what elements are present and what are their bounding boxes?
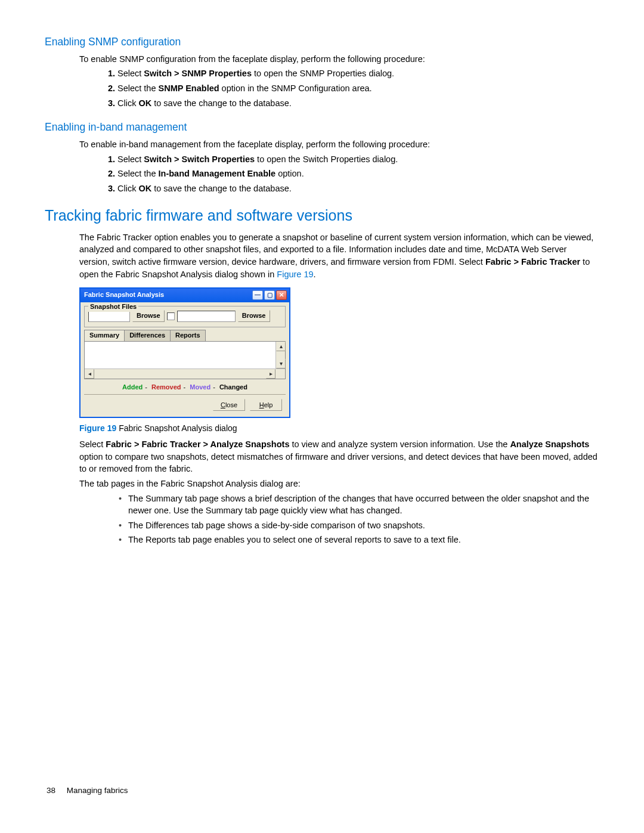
- browse-button-2[interactable]: Browse: [238, 310, 270, 322]
- text: to view and analyze system version infor…: [289, 439, 510, 449]
- tab-reports[interactable]: Reports: [170, 330, 206, 341]
- text: Select: [79, 439, 106, 449]
- text: option.: [275, 169, 304, 178]
- list-item: Click OK to save the change to the datab…: [117, 97, 599, 110]
- vertical-scrollbar[interactable]: ▴ ▾: [275, 342, 285, 368]
- footer-chapter-title: Managing fabrics: [67, 786, 128, 795]
- list-item: The Reports tab page enables you to sele…: [119, 534, 599, 546]
- tab-panel: ▴ ▾ ◂ ▸: [84, 341, 286, 379]
- bold-text: Analyze Snapshots: [510, 439, 589, 449]
- change-legend: Added- Removed- Moved- Changed: [84, 379, 286, 395]
- text: to save the change to the database.: [151, 98, 292, 108]
- bold-text: Switch > SNMP Properties: [144, 69, 252, 78]
- tab-row: Summary Differences Reports: [84, 330, 286, 341]
- browse-button-1[interactable]: Browse: [132, 310, 165, 322]
- text: Select the: [117, 83, 159, 93]
- bold-text: OK: [138, 98, 151, 108]
- list-item: Click OK to save the change to the datab…: [117, 182, 599, 195]
- scroll-down-icon[interactable]: ▾: [276, 359, 286, 368]
- snmp-steps-list: Select Switch > SNMP Properties to open …: [117, 67, 599, 109]
- text: option in the SNMP Configuration area.: [219, 83, 372, 93]
- inband-intro-paragraph: To enable in-band management from the fa…: [79, 138, 599, 151]
- bold-text: In-band Management Enable: [159, 169, 276, 178]
- minimize-icon[interactable]: —: [252, 290, 263, 300]
- scroll-up-icon[interactable]: ▴: [276, 342, 286, 351]
- text: Select: [117, 154, 144, 164]
- legend-added: Added: [122, 383, 143, 391]
- bold-text: Fabric > Fabric Tracker: [485, 257, 580, 267]
- fieldset-legend: Snapshot Files: [88, 302, 138, 312]
- list-item: Select the In-band Management Enable opt…: [117, 168, 599, 180]
- legend-changed: Changed: [219, 383, 247, 391]
- snapshot-file-1-input[interactable]: [88, 311, 130, 322]
- close-button[interactable]: Close: [213, 399, 245, 411]
- bold-text: Fabric > Fabric Tracker > Analyze Snapsh…: [106, 439, 289, 449]
- tab-summary[interactable]: Summary: [84, 330, 125, 341]
- tab-differences[interactable]: Differences: [124, 330, 171, 341]
- figure-19-link[interactable]: Figure 19: [277, 270, 313, 279]
- list-item: Select Switch > Switch Properties to ope…: [117, 153, 599, 166]
- tabs-intro-paragraph: The tab pages in the Fabric Snapshot Ana…: [79, 478, 599, 490]
- figure-caption-text: Fabric Snapshot Analysis dialog: [116, 423, 237, 433]
- snapshot-files-fieldset: Snapshot Files Browse Browse: [84, 306, 286, 327]
- scroll-left-icon[interactable]: ◂: [85, 369, 94, 379]
- text: to open the Switch Properties dialog.: [255, 154, 398, 164]
- inband-steps-list: Select Switch > Switch Properties to ope…: [117, 153, 599, 195]
- figure-19-caption: Figure 19 Fabric Snapshot Analysis dialo…: [79, 423, 599, 435]
- text: to save the change to the database.: [151, 184, 292, 193]
- tabs-description-list: The Summary tab page shows a brief descr…: [119, 493, 599, 546]
- dialog-titlebar: Fabric Snapshot Analysis — ▢ ✕: [80, 289, 289, 302]
- snmp-intro-paragraph: To enable SNMP configuration from the fa…: [79, 53, 599, 66]
- text: Click: [117, 98, 138, 108]
- snapshot-file-2-input[interactable]: [177, 311, 236, 322]
- bold-text: Switch > Switch Properties: [144, 154, 255, 164]
- legend-moved: Moved: [190, 383, 210, 391]
- bold-text: OK: [138, 184, 151, 193]
- list-item: The Summary tab page shows a brief descr…: [119, 493, 599, 517]
- heading-tracking-firmware: Tracking fabric firmware and software ve…: [45, 205, 599, 227]
- text: Select the: [117, 169, 159, 178]
- text: to open the SNMP Properties dialog.: [252, 69, 394, 78]
- after-figure-paragraph: Select Fabric > Fabric Tracker > Analyze…: [79, 438, 599, 475]
- text: option to compare two snapshots, detect …: [79, 452, 597, 474]
- figure-label: Figure 19: [79, 423, 116, 433]
- page-number: 38: [47, 785, 64, 796]
- fabric-snapshot-analysis-dialog: Fabric Snapshot Analysis — ▢ ✕ Snapshot …: [79, 287, 290, 418]
- close-icon[interactable]: ✕: [276, 290, 287, 300]
- dialog-action-row: Close Help: [84, 394, 286, 413]
- legend-removed: Removed: [151, 383, 181, 391]
- dialog-title-text: Fabric Snapshot Analysis: [84, 290, 252, 300]
- mnemonic: C: [221, 401, 225, 410]
- compare-checkbox[interactable]: [167, 312, 175, 320]
- help-button[interactable]: Help: [250, 399, 282, 411]
- dialog-body: Snapshot Files Browse Browse Summary Dif…: [80, 302, 289, 417]
- list-item: The Differences tab page shows a side-by…: [119, 519, 599, 532]
- scroll-right-icon[interactable]: ▸: [266, 369, 275, 379]
- list-item: Select the SNMP Enabled option in the SN…: [117, 82, 599, 95]
- text: Select: [117, 69, 144, 78]
- horizontal-scrollbar[interactable]: ◂ ▸: [85, 368, 285, 379]
- bold-text: SNMP Enabled: [159, 83, 219, 93]
- heading-enabling-snmp: Enabling SNMP configuration: [45, 35, 599, 49]
- tracking-paragraph: The Fabric Tracker option enables you to…: [79, 231, 599, 280]
- maximize-icon[interactable]: ▢: [264, 290, 275, 300]
- page-footer: 38 Managing fabrics: [47, 785, 128, 796]
- heading-enabling-inband: Enabling in-band management: [45, 120, 599, 135]
- list-item: Select Switch > SNMP Properties to open …: [117, 67, 599, 80]
- mnemonic: H: [259, 401, 264, 410]
- text: .: [314, 270, 316, 279]
- text: Click: [117, 184, 138, 193]
